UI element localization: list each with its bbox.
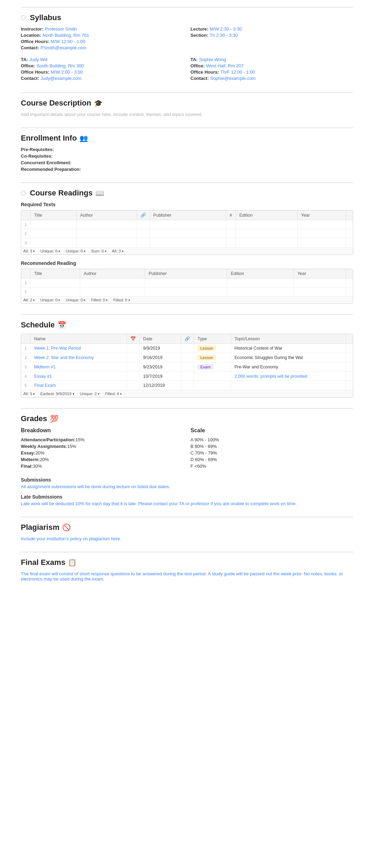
ta1-contact-link[interactable]: Judy@example.com <box>41 76 82 81</box>
name-cell[interactable]: Week 2: War and the Economy <box>31 353 127 362</box>
table-row[interactable]: 2 Week 2: War and the Economy 9/16/2019 … <box>21 353 353 362</box>
publisher-cell[interactable] <box>150 229 226 238</box>
col-author[interactable]: Author <box>80 269 145 278</box>
readings-radio[interactable] <box>21 191 26 195</box>
topic-cell[interactable]: Historical Context of War <box>231 344 346 353</box>
date-cell[interactable]: 10/7/2019 <box>139 372 181 381</box>
col-topic[interactable]: Topic/Lesson <box>231 334 346 344</box>
location-link[interactable]: North Building, Rm 701 <box>43 33 89 38</box>
ta1-office-link[interactable]: South Building, Rm 300 <box>36 63 84 68</box>
publisher-cell[interactable] <box>145 287 227 296</box>
col-name[interactable]: Name <box>31 334 127 344</box>
title-cell[interactable] <box>31 220 77 229</box>
col-edition[interactable]: Edition <box>236 210 297 220</box>
name-cell[interactable]: Essay #1 <box>31 372 127 381</box>
table-row[interactable]: 3 Midterm #1 9/23/2019 Exam Pre-War and … <box>21 362 353 372</box>
footer-all[interactable]: All: 5 <box>23 392 35 396</box>
topic-cell[interactable]: 2,000 words: prompts will be provided <box>231 372 346 381</box>
col-author[interactable]: Author <box>76 210 137 220</box>
type-cell[interactable]: Lesson <box>194 344 231 353</box>
office-hours-link[interactable]: M/W 12:00 - 1:00 <box>51 39 85 44</box>
table-row[interactable]: 1 Week 1: Pre-War Period 9/9/2019 Lesson… <box>21 344 353 353</box>
footer-filled-2[interactable]: Filled: 0 <box>113 298 130 302</box>
date-cell[interactable]: 9/16/2019 <box>139 353 181 362</box>
title-cell[interactable] <box>31 278 80 287</box>
year-cell[interactable] <box>297 238 346 247</box>
table-row[interactable]: 5 Final Exam 12/12/2019 <box>21 381 353 390</box>
footer-unique-1[interactable]: Unique: 0 <box>40 249 60 253</box>
publisher-cell[interactable] <box>145 278 227 287</box>
ta2-hours-link[interactable]: Th/F 12:00 - 1:00 <box>220 69 255 75</box>
course-description-placeholder[interactable]: Add important details about your course … <box>21 112 353 117</box>
ta2-name-link[interactable]: Sophie Wong <box>199 57 226 62</box>
instructor-link[interactable]: Professor Smith <box>45 26 77 32</box>
footer-unique-2[interactable]: Unique: 0 <box>66 249 85 253</box>
ta1-name-link[interactable]: Judy Will <box>29 57 48 62</box>
footer-earliest[interactable]: Earliest: 9/9/2019 <box>40 392 74 396</box>
title-cell[interactable] <box>31 238 77 247</box>
col-publisher[interactable]: Publisher <box>145 269 227 278</box>
title-cell[interactable] <box>31 229 77 238</box>
date-cell[interactable]: 9/23/2019 <box>139 362 181 372</box>
edition-cell[interactable] <box>227 287 294 296</box>
col-year[interactable]: Year <box>294 269 346 278</box>
col-edition[interactable]: Edition <box>227 269 294 278</box>
contact-link[interactable]: PSmith@example.com <box>41 45 86 50</box>
footer-sum[interactable]: Sum: 0 <box>91 249 106 253</box>
author-cell[interactable] <box>80 278 145 287</box>
topic-cell[interactable]: Economic Struggles During the War <box>231 353 346 362</box>
year-cell[interactable] <box>294 287 346 296</box>
footer-filled-1[interactable]: Filled: 0 <box>91 298 108 302</box>
edition-cell[interactable] <box>236 229 297 238</box>
edition-cell[interactable] <box>236 220 297 229</box>
table-row[interactable]: 4 Essay #1 10/7/2019 2,000 words: prompt… <box>21 372 353 381</box>
ta2-office-link[interactable]: West Hall, Rm 207 <box>206 63 244 68</box>
name-cell[interactable]: Final Exam <box>31 381 127 390</box>
syllabus-radio[interactable] <box>21 15 26 20</box>
col-year[interactable]: Year <box>297 210 346 220</box>
table-row[interactable]: 1 <box>21 278 353 287</box>
col-type[interactable]: Type <box>194 334 231 344</box>
year-cell[interactable] <box>297 220 346 229</box>
author-cell[interactable] <box>76 229 137 238</box>
footer-unique-2[interactable]: Unique: 0 <box>66 298 85 302</box>
author-cell[interactable] <box>76 220 137 229</box>
name-cell[interactable]: Midterm #1 <box>31 362 127 372</box>
lecture-link[interactable]: M/W 2:30 - 3:30 <box>210 26 241 32</box>
col-date[interactable]: Date <box>139 334 181 344</box>
footer-unique[interactable]: Unique: 2 <box>80 392 100 396</box>
table-row[interactable]: 2 <box>21 287 353 296</box>
table-row[interactable]: 3 <box>21 238 353 247</box>
footer-all[interactable]: All: 3 <box>23 249 35 253</box>
year-cell[interactable] <box>297 229 346 238</box>
edition-cell[interactable] <box>236 238 297 247</box>
date-cell[interactable]: 12/12/2019 <box>139 381 181 390</box>
footer-all[interactable]: All: 2 <box>23 298 35 302</box>
author-cell[interactable] <box>76 238 137 247</box>
name-cell[interactable]: Week 1: Pre-War Period <box>31 344 127 353</box>
date-cell[interactable]: 9/9/2019 <box>139 344 181 353</box>
topic-cell[interactable]: Pre-War and Economy <box>231 362 346 372</box>
edition-cell[interactable] <box>227 278 294 287</box>
type-cell[interactable] <box>194 372 231 381</box>
col-title[interactable]: Title <box>31 269 80 278</box>
ta2-contact-link[interactable]: Sophie@example.com <box>210 76 256 81</box>
type-cell[interactable]: Exam <box>194 362 231 372</box>
footer-all-2[interactable]: All: 3 <box>112 249 124 253</box>
title-cell[interactable] <box>31 287 80 296</box>
footer-unique-1[interactable]: Unique: 0 <box>40 298 60 302</box>
publisher-cell[interactable] <box>150 238 226 247</box>
publisher-cell[interactable] <box>150 220 226 229</box>
topic-cell[interactable] <box>231 381 346 390</box>
year-cell[interactable] <box>294 278 346 287</box>
section-link[interactable]: Th 2:30 - 3:30 <box>210 33 238 38</box>
author-cell[interactable] <box>80 287 145 296</box>
ta1-hours-link[interactable]: M/W 2:00 - 3:00 <box>51 69 83 75</box>
table-row[interactable]: 2 <box>21 229 353 238</box>
col-title[interactable]: Title <box>31 210 77 220</box>
type-cell[interactable] <box>194 381 231 390</box>
type-cell[interactable]: Lesson <box>194 353 231 362</box>
footer-filled[interactable]: Filled: 4 <box>105 392 122 396</box>
col-publisher[interactable]: Publisher <box>150 210 226 220</box>
table-row[interactable]: 1 <box>21 220 353 229</box>
